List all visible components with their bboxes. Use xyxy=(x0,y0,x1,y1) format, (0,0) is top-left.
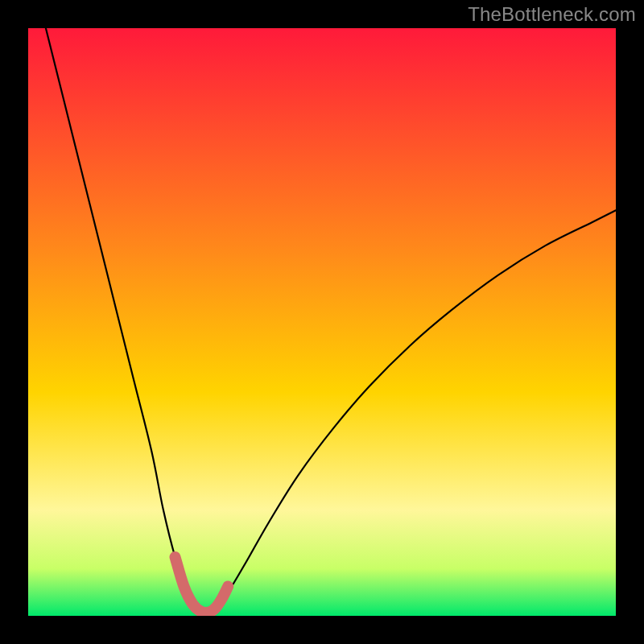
watermark-text: TheBottleneck.com xyxy=(468,3,636,26)
chart-plot-area xyxy=(28,28,616,616)
chart-container: TheBottleneck.com xyxy=(0,0,644,644)
gradient-background xyxy=(28,28,616,616)
chart-svg xyxy=(28,28,616,616)
